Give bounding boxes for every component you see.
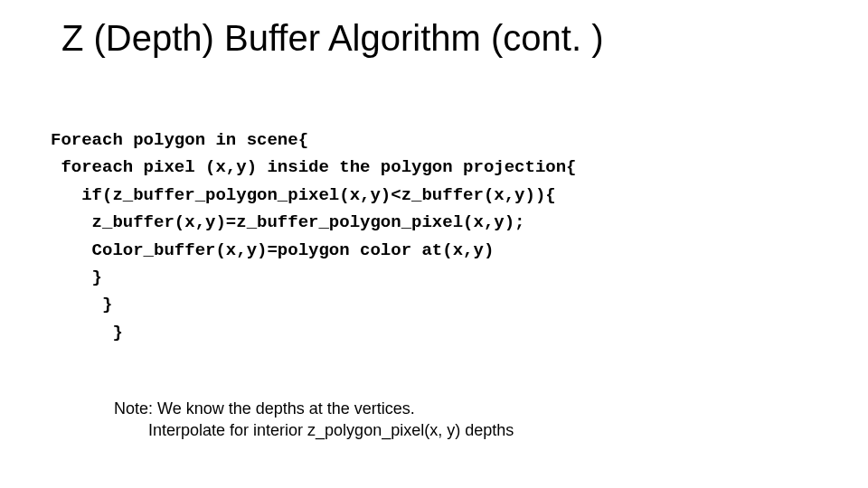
code-line: } [51,295,112,314]
slide-title: Z (Depth) Buffer Algorithm (cont. ) [61,18,603,59]
code-line: Color_buffer(x,y)=polygon color at(x,y) [51,240,494,260]
code-line: } [51,323,123,343]
note-block: Note: We know the depths at the vertices… [114,398,514,442]
code-line: if(z_buffer_polygon_pixel(x,y)<z_buffer(… [51,185,556,205]
note-line-1: Note: We know the depths at the vertices… [114,399,415,418]
code-line: Foreach polygon in scene{ [51,130,308,150]
code-line: } [51,267,102,287]
code-line: z_buffer(x,y)=z_buffer_polygon_pixel(x,y… [51,212,525,232]
code-line: foreach pixel (x,y) inside the polygon p… [51,157,577,177]
pseudocode-block: Foreach polygon in scene{ foreach pixel … [51,127,577,346]
slide: Z (Depth) Buffer Algorithm (cont. ) Fore… [0,0,868,488]
note-line-2: Interpolate for interior z_polygon_pixel… [114,419,514,441]
